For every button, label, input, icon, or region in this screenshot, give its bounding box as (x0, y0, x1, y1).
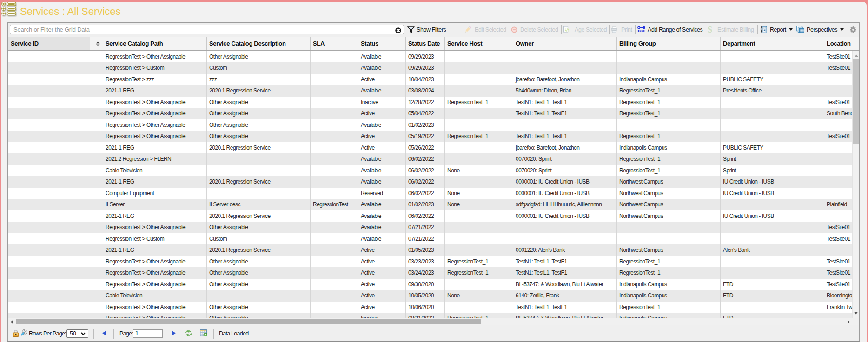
svg-text:S: S (708, 26, 713, 33)
